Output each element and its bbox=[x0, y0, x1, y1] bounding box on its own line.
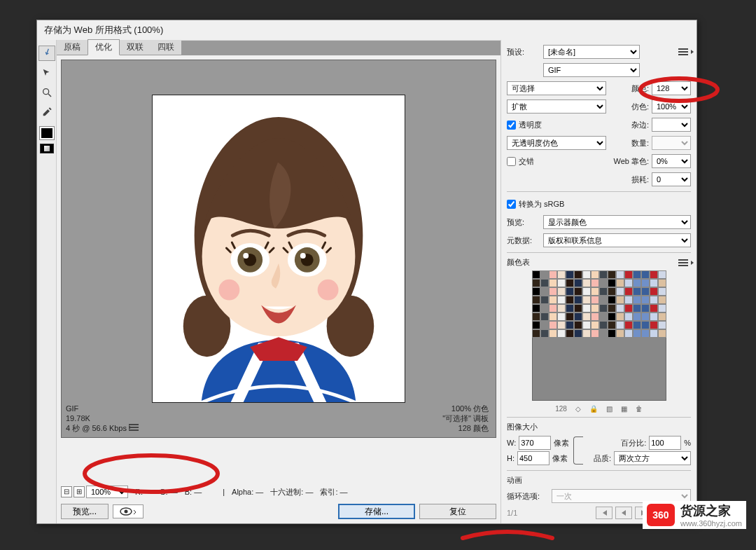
interlaced-label: 交错 bbox=[519, 156, 534, 167]
ct-trash-icon[interactable]: 🗑 bbox=[636, 405, 643, 413]
annotation-save bbox=[458, 523, 556, 546]
preview-button[interactable]: 预览... bbox=[61, 504, 108, 519]
dialog-buttons: 预览... 存储... 复位 bbox=[57, 500, 500, 523]
info-g: G: — bbox=[160, 488, 178, 496]
color-reduction-select[interactable]: 可选择 bbox=[507, 81, 606, 95]
save-button[interactable]: 存储... bbox=[338, 504, 415, 519]
transparency-dither-select[interactable]: 无透明度仿色 bbox=[507, 136, 606, 150]
ct-snap-icon[interactable]: ◇ bbox=[575, 405, 581, 413]
matte-select[interactable] bbox=[652, 118, 691, 132]
metadata-label: 元数据: bbox=[507, 235, 540, 246]
tab-optimized[interactable]: 优化 bbox=[88, 39, 120, 55]
colortable-flyout-menu[interactable] bbox=[678, 259, 691, 266]
eyedropper-tool[interactable] bbox=[38, 104, 55, 120]
prev-frame-button[interactable] bbox=[615, 507, 632, 519]
tab-fourup[interactable]: 四联 bbox=[150, 40, 181, 55]
zoom-select[interactable]: 100% bbox=[86, 486, 128, 498]
tool-strip bbox=[37, 40, 57, 523]
svg-point-12 bbox=[243, 253, 248, 259]
zoom-in-button[interactable]: ⊞ bbox=[74, 486, 85, 497]
metadata-select[interactable]: 版权和联系信息 bbox=[543, 233, 691, 247]
hand-tool[interactable] bbox=[38, 46, 55, 61]
tab-twoup[interactable]: 双联 bbox=[120, 40, 150, 55]
browser-preview-select[interactable] bbox=[113, 504, 144, 518]
dialog-title: 存储为 Web 所用格式 (100%) bbox=[37, 20, 696, 40]
quality-label: 品质: bbox=[594, 453, 611, 464]
px-label: 像素 bbox=[554, 438, 569, 448]
preset-label: 预设: bbox=[507, 47, 540, 57]
svg-point-0 bbox=[43, 89, 48, 95]
colors-select[interactable]: 128 bbox=[652, 81, 691, 95]
height-label: H: bbox=[507, 454, 514, 462]
lossy-select[interactable]: 0 bbox=[652, 172, 691, 186]
status-dither: 100% 仿色 bbox=[442, 404, 489, 413]
zoom-tool[interactable] bbox=[38, 85, 55, 100]
watermark: 360 货源之家 www.360hyzj.com bbox=[643, 501, 746, 529]
center-pane: 原稿 优化 双联 四联 bbox=[57, 40, 500, 523]
info-r: R: — bbox=[135, 488, 153, 496]
info-index: 索引: — bbox=[320, 487, 347, 497]
dither-label: 仿色: bbox=[624, 102, 649, 112]
watermark-url: www.360hyzj.com bbox=[680, 519, 742, 528]
amount-label: 数量: bbox=[624, 138, 649, 149]
zoom-out-button[interactable]: ⊟ bbox=[61, 486, 72, 497]
ct-new-icon[interactable]: ▦ bbox=[621, 405, 627, 413]
status-filesize: 19.78K bbox=[66, 413, 129, 423]
info-hex: 十六进制: — bbox=[270, 487, 313, 497]
percent-input[interactable] bbox=[649, 436, 681, 450]
svg-point-13 bbox=[300, 253, 306, 259]
dither-method-select[interactable]: 扩散 bbox=[507, 99, 606, 114]
preview-mode-select[interactable]: 显示器颜色 bbox=[543, 215, 691, 229]
colors-label: 颜色: bbox=[624, 83, 649, 94]
info-b: B: — bbox=[185, 488, 202, 496]
loop-label: 循环选项: bbox=[507, 491, 549, 502]
convert-srgb-label: 转换为 sRGB bbox=[519, 199, 564, 209]
eyedropper-color-swatch[interactable] bbox=[40, 127, 54, 139]
preview-canvas[interactable]: GIF 19.78K 4 秒 @ 56.6 Kbps 100% 仿色 "可选择"… bbox=[61, 60, 496, 438]
svg-point-17 bbox=[125, 510, 128, 514]
interlaced-checkbox[interactable] bbox=[507, 157, 516, 166]
preview-status-right: 100% 仿色 "可选择" 调板 128 颜色 bbox=[442, 404, 489, 433]
color-table[interactable] bbox=[532, 270, 666, 401]
info-bar: ⊟ ⊞ 100% R: — G: — B: — | Alpha: — 十六进制:… bbox=[57, 484, 500, 500]
quality-select[interactable]: 两次立方 bbox=[614, 451, 691, 465]
height-input[interactable] bbox=[517, 451, 550, 465]
options-panel: 预设: [未命名] GIF 可选择 颜色: 128 扩散 仿色: 100% bbox=[500, 40, 696, 523]
width-label: W: bbox=[507, 439, 516, 447]
tab-original[interactable]: 原稿 bbox=[57, 40, 88, 55]
first-frame-button[interactable] bbox=[596, 507, 612, 519]
svg-line-1 bbox=[48, 94, 51, 97]
format-select[interactable]: GIF bbox=[543, 63, 640, 77]
transparency-checkbox[interactable] bbox=[507, 121, 516, 130]
slice-select-tool[interactable] bbox=[38, 65, 55, 81]
dither-amount-select[interactable]: 100% bbox=[652, 99, 691, 114]
imagesize-label: 图像大小 bbox=[507, 422, 538, 432]
reset-button[interactable]: 复位 bbox=[419, 504, 496, 519]
status-download: 4 秒 @ 56.6 Kbps bbox=[66, 424, 127, 432]
info-alpha: Alpha: — bbox=[232, 488, 263, 496]
websnap-label: Web 靠色: bbox=[608, 156, 649, 167]
preview-image bbox=[152, 95, 405, 403]
toggle-slices-button[interactable] bbox=[40, 144, 54, 153]
constrain-proportions-icon[interactable] bbox=[573, 436, 583, 465]
save-for-web-dialog: 存储为 Web 所用格式 (100%) 原稿 优化 双联 四联 bbox=[36, 20, 697, 524]
status-colors: 128 颜色 bbox=[442, 423, 489, 433]
websnap-select[interactable]: 0% bbox=[652, 154, 691, 168]
transparency-label: 透明度 bbox=[519, 120, 542, 130]
status-format: GIF bbox=[66, 404, 129, 413]
lossy-label: 损耗: bbox=[624, 174, 649, 185]
status-palette: "可选择" 调板 bbox=[442, 413, 489, 423]
convert-srgb-checkbox[interactable] bbox=[507, 200, 516, 209]
watermark-badge: 360 bbox=[647, 504, 675, 526]
preset-select[interactable]: [未命名] bbox=[543, 45, 640, 59]
svg-point-15 bbox=[318, 280, 339, 301]
width-input[interactable] bbox=[519, 436, 551, 450]
ct-lock-icon[interactable]: 🔒 bbox=[589, 405, 598, 413]
ct-map-icon[interactable]: ▧ bbox=[606, 405, 612, 413]
colortable-count: 128 bbox=[555, 405, 567, 413]
colortable-label: 颜色表 bbox=[507, 257, 530, 268]
preview-status-left: GIF 19.78K 4 秒 @ 56.6 Kbps bbox=[66, 404, 129, 433]
preset-flyout-menu[interactable] bbox=[678, 48, 691, 55]
watermark-name: 货源之家 bbox=[680, 502, 742, 519]
percent-label: 百分比: bbox=[621, 438, 646, 448]
